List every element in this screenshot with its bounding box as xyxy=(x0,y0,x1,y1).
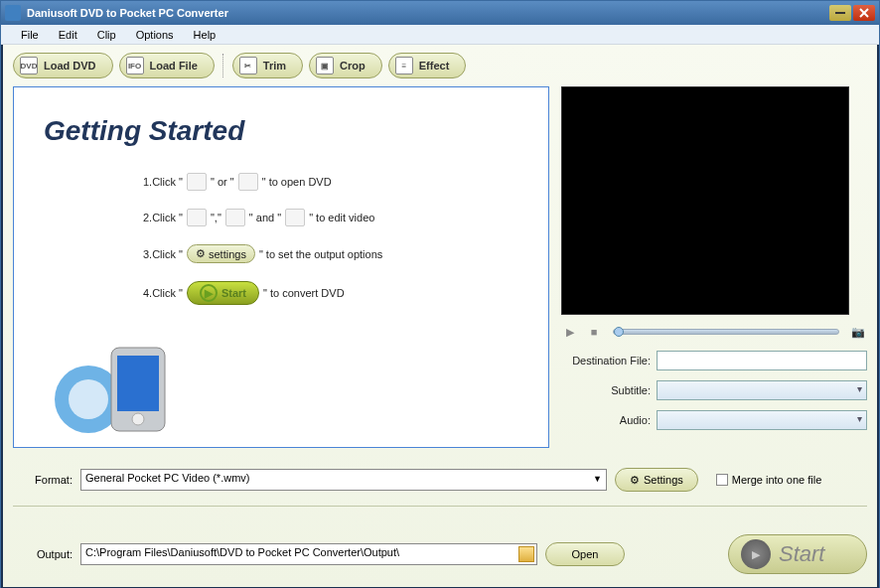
dvd-icon: DVD xyxy=(20,57,38,74)
trim-button[interactable]: ✂ Trim xyxy=(232,53,303,78)
svg-point-7 xyxy=(132,413,144,425)
crop-label: Crop xyxy=(340,60,366,72)
format-value: General Pocket PC Video (*.wmv) xyxy=(85,472,249,484)
subtitle-select[interactable] xyxy=(657,380,867,400)
start-sample-icon: ▶ Start xyxy=(187,281,259,305)
open-button[interactable]: Open xyxy=(545,542,625,566)
player-controls: ▶ ■ 📷 xyxy=(561,323,867,341)
merge-label: Merge into one file xyxy=(732,474,822,486)
svg-rect-0 xyxy=(835,12,845,14)
seek-slider[interactable] xyxy=(613,329,839,335)
play-icon: ▶ xyxy=(200,284,218,302)
load-dvd-label: Load DVD xyxy=(44,60,96,72)
audio-label: Audio: xyxy=(561,414,651,426)
format-label: Format: xyxy=(13,474,73,486)
start-label: Start xyxy=(779,541,824,567)
content-area: DVD Load DVD IFO Load File ✂ Trim ▣ Crop… xyxy=(1,45,879,588)
destination-label: Destination File: xyxy=(561,355,651,367)
output-value: C:\Program Files\Daniusoft\DVD to Pocket… xyxy=(85,546,399,558)
menu-help[interactable]: Help xyxy=(184,27,226,43)
load-dvd-button[interactable]: DVD Load DVD xyxy=(13,53,113,78)
destination-row: Destination File: xyxy=(561,351,867,370)
effect-label: Effect xyxy=(419,60,450,72)
output-path-input[interactable]: C:\Program Files\Daniusoft\DVD to Pocket… xyxy=(80,543,537,565)
main-area: Getting Started 1.Click " " or " " to op… xyxy=(13,86,867,448)
trim-icon xyxy=(187,209,207,226)
play-button[interactable]: ▶ xyxy=(561,323,579,341)
play-circle-icon: ▶ xyxy=(741,539,771,569)
app-window: Daniusoft DVD to Pocket PC Converter Fil… xyxy=(0,0,880,588)
settings-sample-icon: ⚙ settings xyxy=(187,244,255,263)
app-icon xyxy=(5,5,21,21)
svg-point-4 xyxy=(69,379,108,419)
effect-icon: ≡ xyxy=(395,57,413,74)
settings-label: Settings xyxy=(644,474,683,486)
snapshot-button[interactable]: 📷 xyxy=(849,323,867,341)
getting-started-title: Getting Started xyxy=(44,115,518,147)
ifo-icon: IFO xyxy=(126,57,144,74)
ifo-icon xyxy=(238,173,258,191)
merge-checkbox[interactable]: Merge into one file xyxy=(716,474,822,486)
start-button[interactable]: ▶ Start xyxy=(728,534,867,574)
svg-rect-6 xyxy=(117,356,159,411)
effect-icon xyxy=(285,209,305,226)
load-file-label: Load File xyxy=(150,60,198,72)
output-row: Output: C:\Program Files\Daniusoft\DVD t… xyxy=(13,534,867,574)
load-file-button[interactable]: IFO Load File xyxy=(119,53,215,78)
settings-button[interactable]: ⚙ Settings xyxy=(615,468,698,492)
close-button[interactable] xyxy=(853,5,875,21)
format-select[interactable]: General Pocket PC Video (*.wmv) xyxy=(80,469,607,491)
gear-icon: ⚙ xyxy=(630,474,640,487)
crop-icon xyxy=(225,209,245,226)
stop-button[interactable]: ■ xyxy=(585,323,603,341)
seek-thumb[interactable] xyxy=(614,327,624,337)
audio-select[interactable] xyxy=(657,410,867,430)
audio-row: Audio: xyxy=(561,410,867,430)
trim-label: Trim xyxy=(263,60,286,72)
step-3: 3.Click " ⚙ settings " to set the output… xyxy=(143,244,518,263)
step-2: 2.Click " "," " and " " to edit video xyxy=(143,209,518,226)
format-row: Format: General Pocket PC Video (*.wmv) … xyxy=(13,468,867,492)
output-label: Output: xyxy=(13,548,73,560)
video-preview xyxy=(561,86,849,315)
toolbar: DVD Load DVD IFO Load File ✂ Trim ▣ Crop… xyxy=(13,53,867,78)
effect-button[interactable]: ≡ Effect xyxy=(388,53,467,78)
gear-icon: ⚙ xyxy=(196,247,206,260)
menu-options[interactable]: Options xyxy=(126,27,184,43)
crop-icon: ▣ xyxy=(316,57,334,74)
right-panel: ▶ ■ 📷 Destination File: Subtitle: Aud xyxy=(561,86,867,448)
destination-input[interactable] xyxy=(657,351,867,370)
dvd-icon xyxy=(187,173,207,191)
toolbar-separator xyxy=(222,54,224,77)
checkbox-icon[interactable] xyxy=(716,474,728,486)
minimize-button[interactable] xyxy=(829,5,851,21)
crop-button[interactable]: ▣ Crop xyxy=(309,53,382,78)
window-title: Daniusoft DVD to Pocket PC Converter xyxy=(27,7,827,19)
device-illustration xyxy=(54,330,173,439)
divider xyxy=(13,506,867,507)
getting-started-panel: Getting Started 1.Click " " or " " to op… xyxy=(13,86,549,448)
step-4: 4.Click " ▶ Start " to convert DVD xyxy=(143,281,518,305)
step-1: 1.Click " " or " " to open DVD xyxy=(143,173,518,191)
menu-clip[interactable]: Clip xyxy=(87,27,126,43)
browse-folder-icon[interactable] xyxy=(518,546,534,562)
subtitle-row: Subtitle: xyxy=(561,380,867,400)
menubar: File Edit Clip Options Help xyxy=(1,25,879,45)
titlebar: Daniusoft DVD to Pocket PC Converter xyxy=(1,1,879,25)
menu-file[interactable]: File xyxy=(11,27,49,43)
menu-edit[interactable]: Edit xyxy=(49,27,87,43)
subtitle-label: Subtitle: xyxy=(561,384,651,396)
trim-icon: ✂ xyxy=(239,57,257,74)
